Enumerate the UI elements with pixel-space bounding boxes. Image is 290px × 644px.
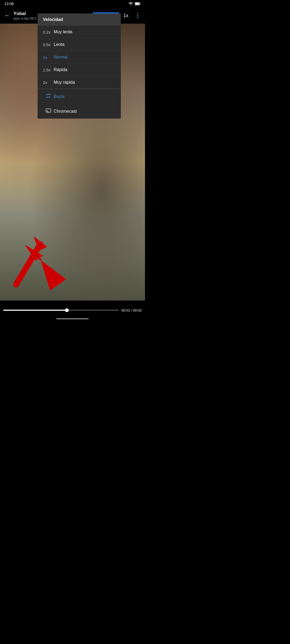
wifi-icon — [128, 2, 133, 6]
speed-item-05x[interactable]: 0.5x Lenta — [38, 38, 121, 51]
bucle-label: Bucle — [54, 94, 64, 99]
speed-label-2x: Muy rápida — [54, 80, 115, 85]
speed-value-label: 1x — [119, 13, 133, 19]
speed-value-05x: 0.5x — [43, 42, 54, 47]
svg-rect-1 — [140, 3, 140, 5]
chromecast-label: Chromecast — [54, 109, 77, 114]
progress-bar[interactable] — [3, 310, 119, 311]
status-icons — [128, 2, 141, 6]
nav-indicator — [56, 318, 89, 319]
bucle-item[interactable]: Bucle — [38, 89, 121, 104]
speed-value-1x: 1x — [43, 55, 54, 60]
status-time: 13:08 — [4, 2, 14, 6]
speed-value-2x: 2x — [43, 80, 54, 85]
speed-dropdown: Velocidad 0.2x Muy lenta 0.5x Lenta 1x N… — [38, 13, 121, 119]
back-button[interactable]: ← — [2, 10, 12, 21]
svg-rect-2 — [135, 3, 139, 5]
more-button[interactable]: ⋮ — [133, 10, 143, 21]
speed-value-15x: 1.5x — [43, 68, 54, 72]
speed-item-02x[interactable]: 0.2x Muy lenta — [38, 26, 121, 38]
speed-value-02x: 0.2x — [43, 30, 54, 34]
loop-icon — [43, 93, 54, 100]
speed-label-15x: Rápida — [54, 67, 115, 72]
speed-label-05x: Lenta — [54, 42, 115, 47]
total-time: 00:02 — [133, 308, 142, 312]
speed-label-02x: Muy lenta — [54, 30, 115, 34]
chromecast-item[interactable]: Chromecast — [38, 104, 121, 119]
chromecast-icon — [43, 108, 54, 115]
current-time: 00:01 — [121, 308, 130, 312]
battery-icon — [135, 2, 141, 5]
speed-label-1x: Normal — [54, 55, 115, 60]
dropdown-header: Velocidad — [38, 13, 121, 26]
speed-item-15x[interactable]: 1.5x Rápida — [38, 64, 121, 76]
speed-item-2x[interactable]: 2x Muy rápida — [38, 76, 121, 89]
speed-item-1x[interactable]: 1x Normal — [38, 51, 121, 64]
status-bar: 13:08 — [0, 0, 145, 8]
progress-row: 00:01 / 00:02 — [3, 308, 142, 312]
nav-bar — [0, 316, 145, 322]
time-display: 00:01 / 00:02 — [121, 308, 142, 312]
progress-fill — [3, 310, 67, 311]
progress-thumb[interactable] — [65, 308, 69, 312]
